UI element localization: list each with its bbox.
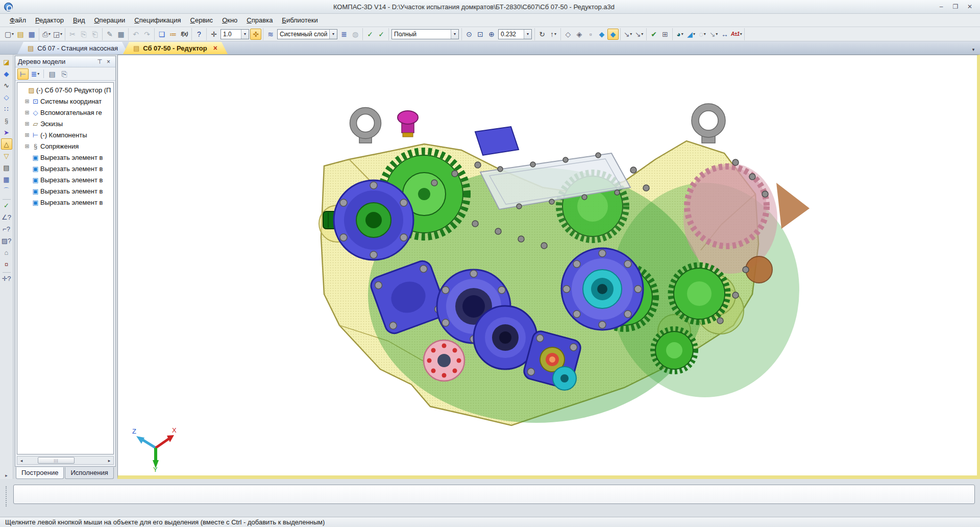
panel-tab-Исполнения[interactable]: Исполнения: [65, 467, 113, 479]
zoom-in-button[interactable]: ⊕: [486, 29, 497, 40]
paste-button[interactable]: ⎗: [89, 29, 101, 40]
hide-components-button[interactable]: ◌▾: [697, 29, 708, 40]
tree-components[interactable]: ⊞⊢(-) Компоненты: [17, 129, 113, 140]
viewport-3d[interactable]: X Z Y: [117, 55, 980, 479]
save-document-button[interactable]: ▦: [26, 29, 37, 40]
open-document-button[interactable]: ▤: [15, 29, 26, 40]
simplified-display-dropdown-icon[interactable]: ▾: [630, 32, 632, 36]
hidden-lines-mode-button[interactable]: ◈: [574, 29, 585, 40]
layers-button[interactable]: ≋: [265, 29, 276, 40]
verify-document-button[interactable]: ✓: [1, 200, 12, 211]
tree-sketches[interactable]: ⊞▱Эскизы: [17, 118, 113, 129]
scroll-right-icon[interactable]: ▸: [105, 458, 113, 463]
zoom-scale[interactable]: 0.232▾: [498, 29, 532, 39]
menu-item-Сервис[interactable]: Сервис: [186, 14, 218, 26]
copy-button[interactable]: ⎘: [78, 29, 89, 40]
clip-section-button[interactable]: ◢▾: [685, 29, 697, 40]
query-solid-button[interactable]: ⌂: [1, 247, 12, 258]
panel-close-icon[interactable]: ×: [104, 58, 113, 65]
print-preview-button[interactable]: ◲▾: [52, 29, 63, 40]
mates-button[interactable]: §: [1, 115, 12, 126]
tree-scrollbar[interactable]: ◂ ||| ▸: [17, 456, 114, 465]
layer-filter-button[interactable]: ◍: [350, 29, 361, 40]
model-lifting-eye-left[interactable]: [350, 108, 381, 143]
additional-tree-window-button[interactable]: ⎘: [59, 68, 70, 80]
query-corner-button[interactable]: ⌐?: [1, 223, 12, 234]
tree-cut-extrusion-2[interactable]: ▣Вырезать элемент в: [17, 163, 113, 174]
model-cyan-disc[interactable]: [553, 367, 576, 390]
simplified-display-button[interactable]: ↘▾: [622, 29, 633, 40]
conditional-view-button[interactable]: ⌒: [1, 185, 12, 197]
measure-3d-button[interactable]: ↔: [719, 29, 730, 40]
reports-button[interactable]: ▦: [1, 174, 12, 185]
refresh-image-button[interactable]: ↻: [536, 29, 548, 40]
current-layer[interactable]: Системный слой▾: [277, 29, 337, 39]
copy-properties-button[interactable]: ✎: [104, 29, 115, 40]
parameter-bar[interactable]: [13, 485, 975, 504]
3d-model[interactable]: [118, 55, 975, 473]
specification-button[interactable]: ▤: [1, 162, 12, 173]
step-value-dropdown-icon[interactable]: ▾: [241, 30, 249, 39]
auxiliary-geometry-button[interactable]: ◇: [1, 91, 12, 103]
context-help-button[interactable]: ?: [193, 29, 205, 40]
redo-button[interactable]: ↷: [141, 29, 153, 40]
check-geometry-button[interactable]: ✔: [648, 29, 659, 40]
cut-button[interactable]: ✂: [67, 29, 78, 40]
shaded-edges-mode-button[interactable]: ◆: [607, 29, 619, 40]
menu-item-Файл[interactable]: Файл: [5, 14, 31, 26]
window-manager-button[interactable]: ❏: [156, 29, 167, 40]
tree-cut-extrusion-1[interactable]: ▣Вырезать элемент в: [17, 152, 113, 163]
menu-item-Операции[interactable]: Операции: [89, 14, 130, 26]
expand-icon[interactable]: ⊞: [23, 109, 31, 116]
clip-section-dropdown-icon[interactable]: ▾: [693, 32, 695, 36]
tree-relations-button[interactable]: ▤: [46, 68, 58, 80]
snap-settings-button[interactable]: ✜: [250, 29, 261, 40]
current-layer-dropdown-icon[interactable]: ▾: [329, 30, 337, 39]
rotate-view-dropdown-icon[interactable]: ▾: [554, 32, 556, 36]
selection-filter-button[interactable]: ↘▾: [708, 29, 719, 40]
document-tab-1[interactable]: ▤Сб 07 - Станция насосная: [17, 42, 128, 54]
query-plane-button[interactable]: ∠?: [1, 211, 12, 223]
document-tab-2[interactable]: ▤Сб 07-50 - Редуктор×: [123, 42, 228, 54]
tree-aux-geometry[interactable]: ⊞◇Вспомогательная ге: [17, 107, 113, 118]
print-button[interactable]: ⎙▾: [41, 29, 52, 40]
section-display-button[interactable]: ↘▾: [633, 29, 645, 40]
menu-item-Вид[interactable]: Вид: [68, 14, 90, 26]
zoom-select-button[interactable]: ⊙: [463, 29, 475, 40]
object-properties-button[interactable]: ▦: [115, 29, 127, 40]
curves-button[interactable]: ∿: [1, 80, 12, 91]
rotate-view-button[interactable]: ↑▾: [548, 29, 559, 40]
tolerance-mode-dropdown-icon[interactable]: ▾: [740, 32, 742, 36]
fx-function-button[interactable]: f(x): [179, 29, 190, 40]
expand-icon[interactable]: ⊞: [23, 98, 31, 105]
query-hatch-button[interactable]: ▨?: [1, 235, 12, 246]
menu-item-Справка[interactable]: Справка: [242, 14, 277, 26]
close-button[interactable]: ✕: [964, 3, 976, 10]
tree-root[interactable]: ▨(-) Сб 07-50 Редуктор (П: [17, 84, 113, 95]
menu-item-Библиотеки[interactable]: Библиотеки: [277, 14, 322, 26]
zoom-area-button[interactable]: ⊡: [475, 29, 486, 40]
model-top-block[interactable]: [475, 127, 519, 155]
new-document-dropdown-icon[interactable]: ▾: [12, 32, 14, 36]
expand-icon[interactable]: ⊞: [23, 132, 31, 138]
panel-tab-Построение[interactable]: Построение: [16, 467, 64, 479]
tree-structure-button[interactable]: ⊢: [17, 68, 29, 80]
model-flange-pink[interactable]: [424, 340, 464, 381]
tree-cut-extrusion-3[interactable]: ▣Вырезать элемент в: [17, 174, 113, 185]
query-move-button[interactable]: ✛?: [1, 273, 12, 284]
pin-icon[interactable]: ⊤: [95, 58, 104, 65]
detail-level[interactable]: Полный▾: [391, 29, 459, 39]
selection-arrow-button[interactable]: ➤: [1, 127, 12, 138]
tolerance-mode-button[interactable]: A±1▾: [730, 29, 743, 40]
tree-cut-extrusion-4[interactable]: ▣Вырезать элемент в: [17, 185, 113, 197]
selection-filter-dropdown-icon[interactable]: ▾: [716, 32, 718, 36]
section-display-dropdown-icon[interactable]: ▾: [641, 32, 643, 36]
variables-button[interactable]: ≔: [167, 29, 179, 40]
undo-button[interactable]: ↶: [130, 29, 141, 40]
zoom-scale-dropdown-icon[interactable]: ▾: [524, 30, 531, 39]
expand-icon[interactable]: ⊞: [23, 143, 31, 150]
wireframe-mode-button[interactable]: ◇: [562, 29, 574, 40]
stamp-tool-button[interactable]: ¤: [1, 258, 12, 270]
check-pen-button[interactable]: ✓: [364, 29, 376, 40]
menu-item-Спецификация[interactable]: Спецификация: [130, 14, 185, 26]
